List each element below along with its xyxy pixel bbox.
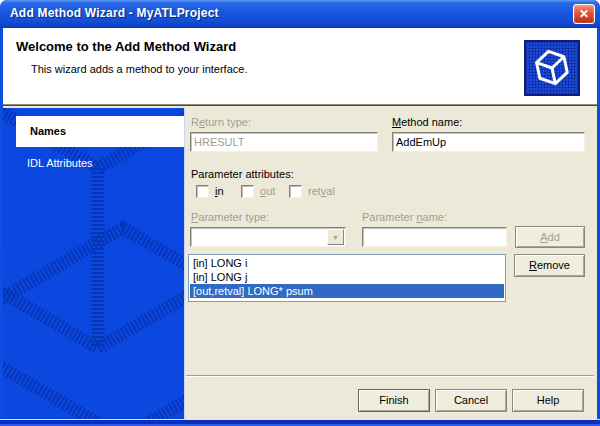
checkbox-in-label: in	[215, 185, 224, 197]
remove-button[interactable]: Remove	[514, 254, 585, 277]
list-item[interactable]: [in] LONG j	[190, 270, 504, 284]
cancel-button[interactable]: Cancel	[435, 389, 507, 412]
sidebar-item-names[interactable]: Names	[16, 116, 185, 147]
window-bottom-frame	[0, 419, 600, 426]
sidebar-item-label: Names	[30, 125, 66, 137]
cube-watermark	[3, 108, 185, 419]
help-button[interactable]: Help	[512, 389, 584, 412]
parameter-type-label: Parameter type:	[191, 211, 269, 223]
parameters-listbox[interactable]: [in] LONG i [in] LONG j [out,retval] LON…	[188, 254, 506, 302]
finish-button[interactable]: Finish	[358, 389, 430, 412]
footer-divider	[186, 375, 594, 377]
page-title: Welcome to the Add Method Wizard	[16, 39, 236, 54]
list-item[interactable]: [in] LONG i	[190, 256, 504, 270]
checkbox-out-label: out	[260, 185, 275, 197]
parameter-name-field[interactable]	[362, 227, 507, 247]
chevron-down-icon: ▼	[332, 234, 339, 241]
checkbox-retval[interactable]	[289, 185, 302, 198]
wizard-header: Welcome to the Add Method Wizard This wi…	[3, 28, 597, 105]
combo-dropdown-button[interactable]: ▼	[327, 229, 344, 245]
checkbox-retval-label: retval	[308, 185, 335, 197]
parameter-type-combobox[interactable]: ▼	[190, 227, 346, 247]
checkbox-out[interactable]	[241, 185, 254, 198]
cube-wireframe-icon	[526, 42, 578, 94]
method-name-field[interactable]	[392, 132, 585, 152]
wizard-sidebar: Names IDL Attributes	[3, 108, 185, 419]
close-button[interactable]: ✕	[573, 4, 595, 24]
method-name-label: Method name:	[392, 116, 462, 128]
sidebar-item-label: IDL Attributes	[27, 157, 93, 169]
parameter-attributes-label: Parameter attributes:	[191, 168, 294, 180]
return-type-label: Return type:	[191, 116, 251, 128]
title-bar[interactable]: Add Method Wizard - MyATLProject ✕	[0, 0, 600, 28]
page-subtitle: This wizard adds a method to your interf…	[31, 63, 247, 75]
list-item[interactable]: [out,retval] LONG* psum	[190, 284, 504, 298]
add-method-wizard-dialog: Add Method Wizard - MyATLProject ✕ Welco…	[0, 0, 600, 426]
sidebar-item-idl-attributes[interactable]: IDL Attributes	[27, 157, 93, 169]
checkbox-in[interactable]	[196, 185, 209, 198]
parameter-name-label: Parameter name:	[362, 211, 447, 223]
return-type-field[interactable]	[190, 132, 378, 152]
add-button[interactable]: Add	[515, 226, 585, 248]
atl-cube-icon	[524, 40, 580, 96]
close-icon: ✕	[579, 7, 589, 21]
window-title: Add Method Wizard - MyATLProject	[10, 6, 219, 20]
